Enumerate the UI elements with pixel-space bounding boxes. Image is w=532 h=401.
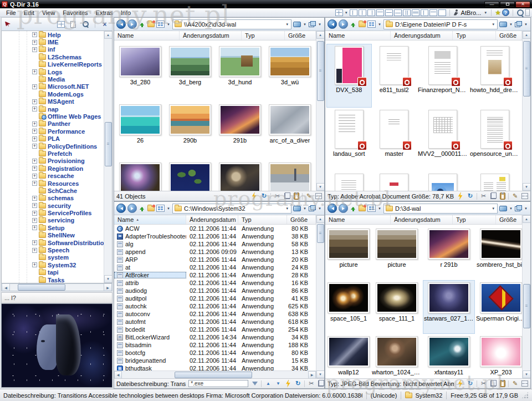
file-thumbnail[interactable] xyxy=(165,160,215,191)
layout-button[interactable] xyxy=(438,9,446,16)
file-thumbnail[interactable]: MVV2__000011a3 xyxy=(417,108,469,171)
cut-icon[interactable]: ✂ xyxy=(308,380,315,387)
scroll-down-icon[interactable]: ▼ xyxy=(523,183,531,191)
tree-item[interactable]: Tasks xyxy=(2,276,104,283)
tree-item[interactable]: schemas xyxy=(2,195,104,202)
table-row[interactable]: autochk 02.11.2006 11:44 Anwendung 625 K… xyxy=(114,302,316,310)
edit-icon[interactable]: ✎ xyxy=(511,380,519,387)
file-thumbnail[interactable]: space_111_1 xyxy=(371,280,423,334)
back-icon[interactable] xyxy=(116,204,126,213)
edit-icon[interactable]: ✎ xyxy=(511,192,519,200)
table-row[interactable]: bthudtask 02.11.2006 11:44 Anwendung 34 … xyxy=(114,364,316,370)
file-thumbnail[interactable]: 26 xyxy=(115,102,165,160)
layout-button[interactable] xyxy=(350,9,357,16)
file-thumbnail[interactable]: xfantasy11 xyxy=(423,334,475,378)
forward-icon[interactable] xyxy=(339,19,348,29)
chevron-down-icon[interactable]: ▼ xyxy=(167,23,170,26)
previous-icon[interactable]: ▲ xyxy=(264,380,272,387)
expand-toggle-icon[interactable] xyxy=(32,159,37,164)
column-header-cell[interactable]: Änderungsdatum xyxy=(391,215,453,224)
tree-item[interactable]: PLA xyxy=(2,135,104,142)
layout-button[interactable] xyxy=(412,9,420,16)
horizontal-scrollbar[interactable]: ◀ ▶ xyxy=(114,370,316,378)
scroll-down-icon[interactable]: ▼ xyxy=(316,183,325,191)
layout-button[interactable] xyxy=(359,9,366,16)
edit-icon[interactable]: ✎ xyxy=(305,192,313,200)
expand-toggle-icon[interactable] xyxy=(32,84,37,89)
chevron-down-icon[interactable]: ▼ xyxy=(303,23,306,26)
tree-item[interactable]: LiveKernelReports xyxy=(2,61,104,68)
column-header-cell[interactable]: Name xyxy=(325,31,391,40)
expand-toggle-icon[interactable] xyxy=(32,203,37,208)
cut-icon[interactable]: ✂ xyxy=(274,192,281,200)
scroll-up-icon[interactable]: ▲ xyxy=(316,31,325,39)
scroll-up-icon[interactable]: ▲ xyxy=(523,215,531,223)
file-thumbnail[interactable]: r 291b xyxy=(423,226,475,280)
scroll-up-icon[interactable]: ▲ xyxy=(523,31,531,39)
up-folder-icon[interactable] xyxy=(139,21,146,28)
paste-icon[interactable] xyxy=(500,380,505,387)
chevron-down-icon[interactable]: ▼ xyxy=(484,11,487,14)
scroll-left-icon[interactable]: ◀ xyxy=(114,371,122,379)
copy-icon[interactable] xyxy=(284,192,291,200)
file-thumbnail[interactable]: picture xyxy=(371,226,423,280)
menu-item[interactable]: Extras xyxy=(92,9,117,16)
tree-item[interactable]: Registration xyxy=(2,165,104,172)
layout-button[interactable] xyxy=(421,9,428,16)
column-header-cell[interactable]: Größe xyxy=(285,31,316,40)
tree-item[interactable]: ModemLogs xyxy=(2,90,104,98)
quick-action-icon[interactable] xyxy=(457,380,464,387)
view-mode-icon[interactable] xyxy=(367,205,376,212)
menu-item[interactable]: Edit xyxy=(20,9,38,16)
column-header-cell[interactable]: Name xyxy=(325,215,391,224)
tree-item[interactable]: Setup xyxy=(2,224,104,231)
panes-icon[interactable] xyxy=(515,205,522,211)
tree-item[interactable]: Logs xyxy=(2,68,104,75)
scroll-up-icon[interactable]: ▲ xyxy=(316,215,325,223)
file-thumbnail[interactable]: 3d_hund xyxy=(215,44,265,102)
file-thumbnail[interactable]: Finanzreport_Nr[1... xyxy=(417,44,469,108)
view-mode-icon[interactable] xyxy=(367,21,376,28)
scrollbar[interactable]: ▲ ▼ xyxy=(316,31,324,191)
file-thumbnail[interactable]: DVX_538 xyxy=(326,44,372,108)
chevron-down-icon[interactable]: ▼ xyxy=(378,23,381,26)
file-thumbnail[interactable]: master xyxy=(372,108,417,171)
expand-toggle-icon[interactable] xyxy=(32,69,37,74)
file-thumbnail[interactable]: Superman Original xyxy=(475,280,522,334)
menu-item[interactable]: Favorites xyxy=(59,9,91,16)
file-thumbnail[interactable] xyxy=(417,171,469,191)
tree-item[interactable]: Prefetch xyxy=(2,150,104,157)
filter-icon[interactable] xyxy=(251,380,258,387)
layout-button[interactable] xyxy=(429,9,437,16)
layout-button[interactable] xyxy=(367,9,375,16)
table-row[interactable]: alg 02.11.2006 11:44 Anwendung 58 KB xyxy=(114,240,316,248)
address-bar[interactable]: \\A4200x2\d\3d-wal ▼ xyxy=(172,19,291,29)
expand-toggle-icon[interactable] xyxy=(32,129,37,134)
expand-toggle-icon[interactable] xyxy=(32,47,37,52)
tree-search-button[interactable] xyxy=(80,19,90,29)
close-button[interactable]: ✕ xyxy=(515,1,530,8)
tree-item[interactable]: System32 xyxy=(2,261,104,268)
file-thumbnail[interactable] xyxy=(326,171,372,191)
scroll-down-icon[interactable]: ▼ xyxy=(104,275,112,283)
scroll-down-icon[interactable]: ▼ xyxy=(523,370,531,378)
monitor-icon[interactable] xyxy=(293,206,301,211)
expand-toggle-icon[interactable] xyxy=(32,136,37,141)
column-header-cell[interactable]: Name▲ xyxy=(114,215,186,224)
table-row[interactable]: attrib 02.11.2006 11:44 Anwendung 16 KB xyxy=(114,279,316,287)
expand-toggle-icon[interactable] xyxy=(32,166,37,171)
paste-icon[interactable] xyxy=(294,192,299,200)
tree-layout-button[interactable] xyxy=(56,19,66,29)
view-mode-icon[interactable] xyxy=(156,205,165,212)
expand-toggle-icon[interactable] xyxy=(32,262,37,267)
layout-button[interactable] xyxy=(385,9,393,16)
help-icon[interactable]: ? xyxy=(502,9,509,16)
monitor-icon[interactable] xyxy=(499,22,507,27)
chevron-down-icon[interactable]: ▼ xyxy=(492,207,495,210)
monitor-icon[interactable] xyxy=(499,206,507,211)
chevron-down-icon[interactable]: ▼ xyxy=(378,207,381,210)
chevron-down-icon[interactable]: ▼ xyxy=(318,207,321,210)
quick-action-icon[interactable] xyxy=(284,380,291,387)
monitor-icon[interactable] xyxy=(293,22,301,27)
column-header-cell[interactable]: Größe xyxy=(496,31,522,40)
